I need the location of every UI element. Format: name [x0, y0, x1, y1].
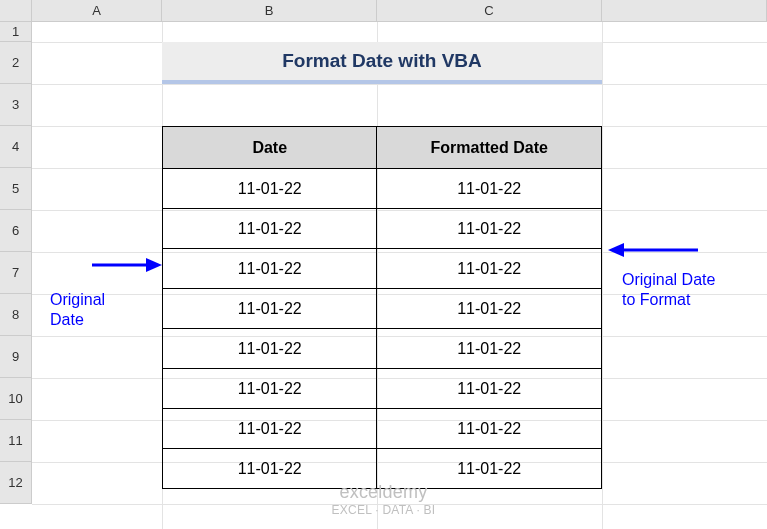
cell-formatted[interactable]: 11-01-22 — [377, 209, 602, 249]
row-header-3[interactable]: 3 — [0, 84, 31, 126]
header-formatted-date[interactable]: Formatted Date — [377, 127, 602, 169]
annotation-text: Original — [50, 290, 150, 310]
table-row: 11-01-2211-01-22 — [163, 289, 602, 329]
cell-formatted[interactable]: 11-01-22 — [377, 369, 602, 409]
cell-formatted[interactable]: 11-01-22 — [377, 249, 602, 289]
row-header-5[interactable]: 5 — [0, 168, 31, 210]
row-header-4[interactable]: 4 — [0, 126, 31, 168]
table-row: 11-01-2211-01-22 — [163, 329, 602, 369]
row-headers: 1 2 3 4 5 6 7 8 9 10 11 12 — [0, 22, 32, 504]
row-header-9[interactable]: 9 — [0, 336, 31, 378]
excel-sheet: A B C 1 2 3 4 5 6 7 8 9 10 11 12 Fo — [0, 0, 767, 529]
row-header-6[interactable]: 6 — [0, 210, 31, 252]
row-header-12[interactable]: 12 — [0, 462, 31, 504]
table-row: 11-01-2211-01-22 — [163, 249, 602, 289]
arrow-right-icon — [608, 240, 698, 260]
data-table: Date Formatted Date 11-01-2211-01-22 11-… — [162, 126, 602, 489]
header-date[interactable]: Date — [163, 127, 377, 169]
cell-formatted[interactable]: 11-01-22 — [377, 409, 602, 449]
cell-formatted[interactable]: 11-01-22 — [377, 449, 602, 489]
cell-date[interactable]: 11-01-22 — [163, 249, 377, 289]
row-header-7[interactable]: 7 — [0, 252, 31, 294]
table-row: 11-01-2211-01-22 — [163, 369, 602, 409]
column-headers: A B C — [0, 0, 767, 22]
column-header-a[interactable]: A — [32, 0, 162, 21]
cell-formatted[interactable]: 11-01-22 — [377, 329, 602, 369]
annotation-text: Date — [50, 310, 150, 330]
table-header-row: Date Formatted Date — [163, 127, 602, 169]
cell-date[interactable]: 11-01-22 — [163, 289, 377, 329]
cell-date[interactable]: 11-01-22 — [163, 449, 377, 489]
row-header-10[interactable]: 10 — [0, 378, 31, 420]
select-all-corner[interactable] — [0, 0, 32, 21]
annotation-text: Original Date — [622, 270, 762, 290]
cell-date[interactable]: 11-01-22 — [163, 409, 377, 449]
table-row: 11-01-2211-01-22 — [163, 409, 602, 449]
svg-marker-1 — [146, 258, 162, 272]
row-header-2[interactable]: 2 — [0, 42, 31, 84]
cell-date[interactable]: 11-01-22 — [163, 329, 377, 369]
cell-date[interactable]: 11-01-22 — [163, 209, 377, 249]
cell-date[interactable]: 11-01-22 — [163, 369, 377, 409]
annotation-text: to Format — [622, 290, 762, 310]
arrow-left-icon — [92, 255, 162, 275]
annotation-right: Original Date to Format — [622, 270, 762, 310]
cell-date[interactable]: 11-01-22 — [163, 169, 377, 209]
table-row: 11-01-2211-01-22 — [163, 209, 602, 249]
cell-formatted[interactable]: 11-01-22 — [377, 169, 602, 209]
column-header-c[interactable]: C — [377, 0, 602, 21]
column-header-b[interactable]: B — [162, 0, 377, 21]
annotation-left: Original Date — [50, 290, 150, 330]
row-header-1[interactable]: 1 — [0, 22, 31, 42]
row-header-11[interactable]: 11 — [0, 420, 31, 462]
table-row: 11-01-2211-01-22 — [163, 449, 602, 489]
row-header-8[interactable]: 8 — [0, 294, 31, 336]
column-header-d[interactable] — [602, 0, 767, 21]
cell-formatted[interactable]: 11-01-22 — [377, 289, 602, 329]
table-row: 11-01-2211-01-22 — [163, 169, 602, 209]
title-cell[interactable]: Format Date with VBA — [162, 42, 602, 84]
